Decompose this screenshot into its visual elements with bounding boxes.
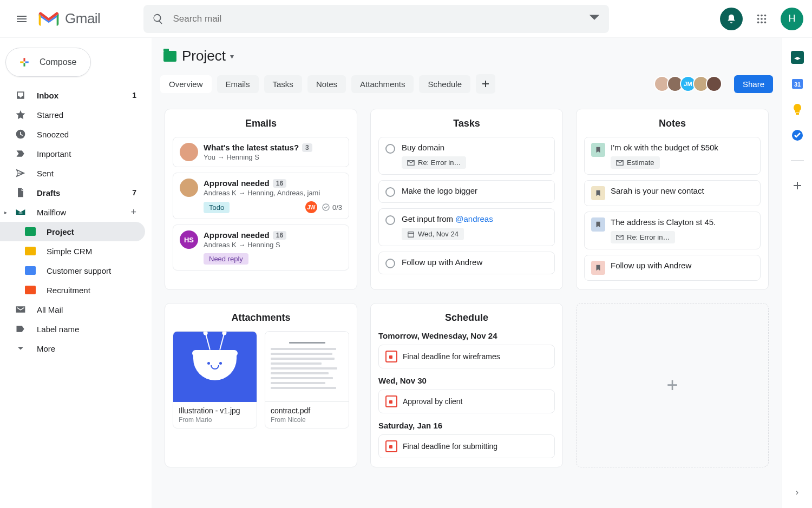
side-panel: 31 › [782, 38, 812, 508]
sidebar-item-project[interactable]: Project [0, 222, 145, 241]
calendar-icon [385, 440, 397, 452]
task-item[interactable]: Make the logo bigger [378, 180, 555, 203]
svg-rect-10 [408, 232, 414, 237]
avatar[interactable] [706, 76, 722, 92]
calendar-icon [385, 351, 397, 362]
chevron-down-icon[interactable]: ▾ [230, 52, 234, 61]
collaborators[interactable]: JM [657, 76, 722, 92]
emails-card: Emails What's the latest status?3 You → … [165, 109, 357, 290]
chevron-down-icon [15, 343, 27, 354]
linked-pill[interactable]: Re: Error in… [611, 231, 675, 243]
tab-emails[interactable]: Emails [217, 75, 259, 93]
chevron-down-icon[interactable] [588, 12, 600, 25]
keep-rail-icon[interactable] [791, 103, 804, 116]
progress-count: 0/3 [322, 203, 342, 212]
linked-pill[interactable]: Estimate [611, 156, 660, 169]
task-item[interactable]: Follow up with Andrew [378, 252, 555, 274]
bookmark-icon [591, 261, 605, 275]
tab-tasks[interactable]: Tasks [264, 75, 302, 93]
document-thumbnail [265, 332, 349, 402]
email-item[interactable]: Approval needed16 Andreas K → Henning, A… [173, 173, 349, 219]
task-item[interactable]: Get input from @andreas Wed, Nov 24 [378, 208, 555, 246]
tab-notes[interactable]: Notes [307, 75, 346, 93]
checkbox[interactable] [385, 187, 395, 197]
calendar-icon [385, 395, 397, 407]
tab-schedule[interactable]: Schedule [419, 75, 470, 93]
chip-need-reply: Need reply [204, 253, 248, 265]
tabs: Overview Emails Tasks Notes Attachments … [160, 74, 773, 94]
star-icon [15, 109, 27, 120]
folder-icon [25, 266, 37, 275]
sidebar-item-starred[interactable]: Starred [0, 105, 145, 124]
menu-icon[interactable] [9, 6, 35, 32]
email-item[interactable]: What's the latest status?3 You → Henning… [173, 137, 349, 167]
sidebar-item-drafts[interactable]: Drafts7 [0, 183, 145, 202]
calendar-rail-icon[interactable]: 31 [791, 77, 804, 90]
notes-card: Notes I'm ok with the budget of $50k Est… [576, 109, 769, 290]
checkbox[interactable] [385, 259, 395, 268]
search-bar[interactable] [143, 5, 609, 33]
add-rail-icon[interactable] [791, 179, 804, 192]
task-item[interactable]: Buy domain Re: Error in… [378, 137, 555, 175]
sidebar-item-simple-crm[interactable]: Simple CRM [0, 241, 145, 261]
tasks-rail-icon[interactable] [791, 129, 804, 142]
linked-email-pill[interactable]: Re: Error in… [402, 156, 466, 169]
sidebar-item-label-name[interactable]: Label name [0, 319, 145, 339]
search-input[interactable] [173, 14, 588, 24]
checkbox[interactable] [385, 144, 395, 154]
schedule-item[interactable]: Final deadline for wireframes [378, 345, 555, 368]
attachment-item[interactable]: Illustration - v1.jpg From Mario [173, 331, 257, 428]
gmail-logo[interactable]: Gmail [37, 7, 100, 31]
tab-attachments[interactable]: Attachments [351, 75, 414, 93]
page-title-row[interactable]: Project ▾ [160, 48, 773, 64]
notifications-icon[interactable] [720, 8, 743, 30]
svg-point-3 [757, 18, 759, 20]
note-item[interactable]: Follow up with Andrew [584, 255, 761, 281]
svg-point-6 [757, 21, 759, 23]
svg-text:31: 31 [794, 81, 800, 88]
chevron-right-icon[interactable]: › [796, 487, 798, 497]
caret-right-icon[interactable]: ▸ [4, 209, 7, 215]
sidebar-item-all-mail[interactable]: All Mail [0, 300, 145, 319]
schedule-card: Schedule Tomorrow, Wednesday, Nov 24 Fin… [370, 303, 563, 467]
mention[interactable]: @andreas [455, 214, 493, 223]
email-item[interactable]: HS Approval needed16 Andreas K → Henning… [173, 225, 349, 271]
apps-grid-icon[interactable] [750, 8, 773, 30]
note-item[interactable]: The address is Clayton st 45. Re: Error … [584, 212, 761, 249]
schedule-item[interactable]: Final deadline for submitting [378, 434, 555, 458]
card-title: Attachments [173, 312, 349, 324]
file-icon [15, 187, 27, 198]
add-card-button[interactable]: + [576, 303, 769, 467]
checkbox[interactable] [385, 215, 395, 225]
folder-icon [25, 227, 37, 236]
sidebar-item-customer-support[interactable]: Customer support [0, 261, 145, 280]
sidebar-item-mailflow[interactable]: ▸ Mailflow + [0, 202, 145, 222]
note-item[interactable]: Sarah is your new contact [584, 180, 761, 206]
mailflow-icon [15, 207, 27, 217]
svg-point-0 [757, 14, 759, 16]
account-avatar[interactable]: H [781, 8, 803, 30]
tasks-card: Tasks Buy domain Re: Error in… Make the … [370, 109, 563, 290]
compose-button[interactable]: Compose [5, 48, 91, 77]
folder-icon [163, 51, 176, 62]
add-tab-button[interactable] [476, 74, 495, 94]
add-icon[interactable]: + [130, 207, 136, 218]
mailflow-rail-icon[interactable] [791, 51, 804, 64]
important-icon [15, 148, 27, 159]
avatar [180, 143, 198, 161]
svg-point-8 [764, 21, 767, 23]
attachment-item[interactable]: contract.pdf From Nicole [265, 331, 349, 428]
sidebar-item-inbox[interactable]: Inbox 1 [0, 85, 145, 105]
sidebar-item-more[interactable]: More [0, 339, 145, 358]
sidebar-item-important[interactable]: Important [0, 144, 145, 163]
schedule-item[interactable]: Approval by client [378, 390, 555, 413]
svg-point-7 [761, 21, 763, 23]
sidebar-item-sent[interactable]: Sent [0, 163, 145, 183]
card-title: Schedule [378, 312, 555, 324]
note-item[interactable]: I'm ok with the budget of $50k Estimate [584, 137, 761, 175]
sidebar-item-recruitment[interactable]: Recruitment [0, 280, 145, 300]
tab-overview[interactable]: Overview [160, 75, 212, 93]
sidebar-item-snoozed[interactable]: Snoozed [0, 124, 145, 144]
share-button[interactable]: Share [734, 75, 773, 93]
date-pill[interactable]: Wed, Nov 24 [402, 228, 464, 240]
